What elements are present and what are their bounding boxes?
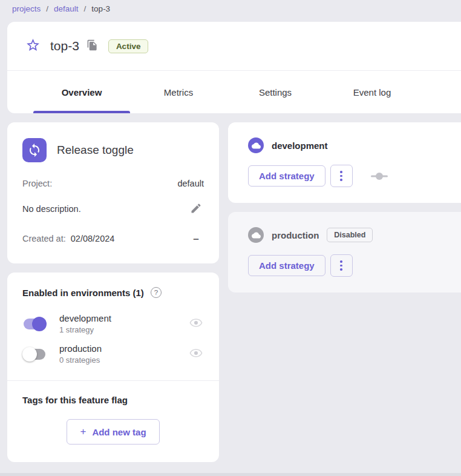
panel-actions: Add strategy xyxy=(248,254,461,277)
feature-type-label: Release toggle xyxy=(57,144,134,157)
tab-bar: Overview Metrics Settings Event log xyxy=(7,71,461,113)
tab-metrics[interactable]: Metrics xyxy=(130,71,227,113)
more-actions-button[interactable] xyxy=(330,165,353,187)
edit-description-button[interactable] xyxy=(188,201,204,217)
visibility-button[interactable] xyxy=(188,346,204,362)
development-toggle[interactable] xyxy=(22,317,47,331)
development-strategies-panel: development Add strategy xyxy=(228,122,461,203)
tags-section: Tags for this feature flag + Add new tag xyxy=(7,381,219,462)
eye-icon xyxy=(189,316,203,332)
eye-icon xyxy=(189,346,203,362)
tab-overview[interactable]: Overview xyxy=(33,71,130,113)
disabled-badge: Disabled xyxy=(327,228,373,242)
next-section-edge xyxy=(0,473,461,476)
page-title: top-3 xyxy=(50,39,79,53)
pencil-icon xyxy=(190,202,202,216)
environment-row-production: production 0 strategies xyxy=(22,343,204,365)
environment-strategy-count: 1 strategy xyxy=(59,325,111,334)
add-strategy-button[interactable]: Add strategy xyxy=(248,255,325,276)
add-strategy-button[interactable]: Add strategy xyxy=(248,165,325,187)
kebab-icon xyxy=(340,260,342,271)
feature-header-row: top-3 Active xyxy=(7,22,461,70)
breadcrumb: projects / default / top-3 xyxy=(0,0,461,13)
panel-environment-name: production xyxy=(272,230,319,240)
environments-card: Enabled in environments (1) ? developmen… xyxy=(7,273,219,462)
breadcrumb-current: top-3 xyxy=(91,4,110,13)
environment-row-development: development 1 strategy xyxy=(22,313,204,334)
copy-name-button[interactable] xyxy=(85,39,100,53)
breadcrumb-separator: / xyxy=(46,4,48,13)
right-column: development Add strategy prod xyxy=(228,122,461,293)
status-badge: Active xyxy=(108,39,149,53)
created-label: Created at: xyxy=(22,234,66,243)
active-tab-indicator xyxy=(33,111,130,113)
plus-icon: + xyxy=(80,426,86,438)
project-row: Project: default xyxy=(22,179,204,188)
breadcrumb-default[interactable]: default xyxy=(54,4,79,13)
toggle-thumb xyxy=(22,347,37,362)
cloud-icon xyxy=(248,137,264,153)
main-content: Release toggle Project: default No descr… xyxy=(7,122,461,462)
environments-section: Enabled in environments (1) ? developmen… xyxy=(7,273,219,380)
environment-strategy-count: 0 strategies xyxy=(59,355,102,365)
favorite-button[interactable] xyxy=(25,38,41,54)
feature-header-card: top-3 Active Overview Metrics Settings E… xyxy=(7,22,461,113)
visibility-button[interactable] xyxy=(188,316,204,332)
help-icon[interactable]: ? xyxy=(151,287,162,298)
add-new-tag-label: Add new tag xyxy=(92,427,146,437)
created-row: Created at: 02/08/2024 – xyxy=(22,231,204,246)
left-column: Release toggle Project: default No descr… xyxy=(7,122,219,462)
more-actions-button[interactable] xyxy=(330,254,353,277)
add-new-tag-button[interactable]: + Add new tag xyxy=(67,419,159,445)
production-toggle[interactable] xyxy=(22,347,47,362)
description-row: No description. xyxy=(22,201,204,217)
minus-icon: – xyxy=(193,234,198,244)
project-label: Project: xyxy=(22,179,52,188)
release-toggle-icon xyxy=(22,138,47,162)
panel-actions: Add strategy xyxy=(248,165,461,187)
breadcrumb-separator: / xyxy=(84,4,87,13)
copy-icon xyxy=(87,39,98,53)
connection-status-icon xyxy=(370,172,388,180)
tags-title: Tags for this feature flag xyxy=(22,395,204,405)
description-text: No description. xyxy=(22,204,81,214)
production-strategies-panel: production Disabled Add strategy xyxy=(228,212,461,293)
environment-name: production xyxy=(59,343,102,354)
environments-heading: Enabled in environments (1) ? xyxy=(22,287,204,298)
cloud-icon xyxy=(248,227,264,243)
project-value: default xyxy=(177,179,204,188)
collapse-button[interactable]: – xyxy=(188,231,204,246)
tab-settings[interactable]: Settings xyxy=(227,71,324,113)
panel-header: production Disabled xyxy=(248,227,461,243)
star-icon xyxy=(25,38,41,55)
breadcrumb-projects[interactable]: projects xyxy=(12,4,41,13)
environment-name: development xyxy=(59,313,111,323)
feature-type-row: Release toggle xyxy=(22,138,204,162)
tab-event-log[interactable]: Event log xyxy=(324,71,420,113)
created-value: 02/08/2024 xyxy=(71,234,115,243)
environments-title: Enabled in environments (1) xyxy=(22,288,144,298)
panel-environment-name: development xyxy=(272,140,328,151)
toggle-thumb xyxy=(32,317,47,331)
panel-header: development xyxy=(248,137,461,153)
kebab-icon xyxy=(340,171,342,181)
feature-details-card: Release toggle Project: default No descr… xyxy=(7,122,219,263)
